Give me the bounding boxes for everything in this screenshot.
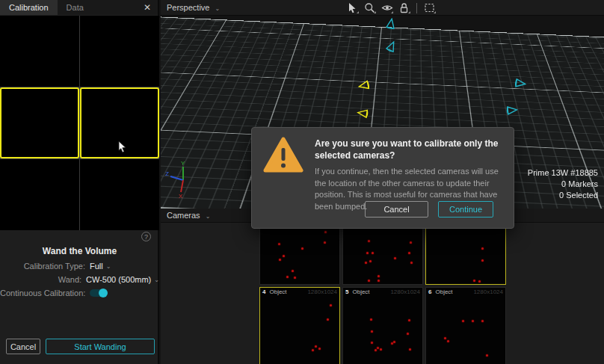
marker-dot: [283, 255, 285, 257]
wand-the-volume-title: Wand the Volume: [0, 246, 159, 256]
camera-view-tile[interactable]: [425, 224, 506, 285]
camera-tile-mode: Object: [352, 289, 369, 295]
toolbar-divider: [416, 3, 417, 13]
marker-dot: [380, 348, 382, 351]
camera-tile-header: 6Object1280x1024: [426, 288, 505, 296]
zoom-icon[interactable]: [363, 1, 376, 14]
axis-gizmo: Y Z X: [165, 161, 200, 200]
camera-glyph[interactable]: [514, 78, 527, 90]
continuous-calibration-label: Continuous Calibration:: [0, 289, 90, 297]
camera-view-tile[interactable]: 4Object1280x1024: [259, 287, 340, 364]
tab-data[interactable]: Data: [58, 0, 93, 15]
camera-tile-mode: Object: [269, 289, 286, 295]
close-icon[interactable]: ✕: [141, 1, 153, 13]
camera-tile-resolution: 1280x1024: [473, 289, 503, 295]
camera-preview-tile[interactable]: [0, 159, 79, 230]
selected-camera-glyph[interactable]: [356, 108, 369, 120]
camera-view-tile[interactable]: [259, 224, 340, 285]
continuous-calibration-toggle[interactable]: [90, 289, 107, 297]
marker-dot: [278, 243, 280, 245]
marker-dot: [366, 252, 369, 254]
cameras-dropdown[interactable]: Cameras ⌄: [167, 211, 210, 220]
calibration-type-label: Calibration Type:: [0, 262, 90, 271]
marker-dot: [324, 231, 327, 233]
continuous-calibration-row: Continuous Calibration:: [0, 288, 159, 298]
marker-dot: [330, 304, 332, 306]
dialog-continue-button[interactable]: Continue: [438, 201, 493, 218]
camera-view-tile[interactable]: [342, 224, 423, 285]
marker-dot: [378, 280, 380, 282]
marker-dot: [444, 337, 446, 339]
calibration-panel: Calibration Data ✕ ? Wand the Volume Cal…: [0, 0, 159, 364]
marker-dot: [324, 241, 326, 244]
marker-dot: [318, 348, 321, 350]
camera-view-tile[interactable]: 5Object1280x1024: [342, 287, 423, 364]
camera-tile-number: 6: [428, 289, 431, 295]
marker-dot: [410, 241, 412, 244]
viewport-status-overlay: Prime 13W #18885 0 Markers 0 Selected: [528, 167, 598, 201]
cancel-button[interactable]: Cancel: [6, 339, 40, 354]
marker-dot: [292, 270, 294, 272]
toggle-knob: [99, 289, 108, 297]
chevron-down-icon: ⌄: [215, 5, 221, 12]
camera-preview-tile[interactable]: [80, 159, 159, 230]
start-wanding-button[interactable]: Start Wanding: [46, 339, 155, 354]
chevron-down-icon: ⌄: [106, 263, 111, 270]
panel-tab-bar: Calibration Data ✕: [0, 0, 158, 15]
camera-view-tile[interactable]: 6Object1280x1024: [425, 287, 506, 364]
cameras-panel: Cameras ⌄ 4Object1280x10245Object1280x10…: [161, 209, 604, 364]
help-icon[interactable]: ?: [141, 232, 151, 241]
marker-dot: [286, 276, 289, 278]
dialog-cancel-button[interactable]: Cancel: [365, 201, 428, 218]
lock-icon[interactable]: [398, 1, 410, 14]
calibrate-confirmation-dialog: Are you sure you want to calibrate only …: [251, 127, 514, 229]
marker-dot: [371, 342, 373, 344]
camera-preview-tile[interactable]: [0, 16, 79, 87]
marker-dot: [378, 275, 380, 277]
camera-glyph[interactable]: [505, 105, 518, 117]
camera-tile-header: 5Object1280x1024: [343, 288, 422, 296]
marker-dot: [408, 319, 410, 321]
marker-dot: [372, 252, 374, 254]
marker-dot: [409, 348, 411, 351]
dialog-title: Are you sure you want to calibrate only …: [315, 138, 511, 161]
calibration-type-select[interactable]: Full: [90, 262, 103, 271]
marker-dot: [473, 280, 475, 282]
motive-app-window: Calibration Data ✕ ? Wand the Volume Cal…: [0, 0, 604, 364]
camera-glyph[interactable]: [383, 16, 397, 30]
marker-dot: [486, 354, 488, 357]
viewport-toolbar: Perspective ⌄: [161, 0, 604, 16]
marker-dot: [472, 320, 474, 322]
select-cursor-icon[interactable]: [346, 1, 359, 14]
marker-dot: [368, 240, 370, 242]
marker-dot: [407, 333, 409, 335]
camera-preview-tile[interactable]: [80, 16, 159, 87]
calibration-type-row: Calibration Type: Full ⌄: [0, 261, 159, 271]
wand-select[interactable]: CW-500 (500mm): [86, 275, 151, 284]
marker-dot: [294, 277, 296, 279]
chevron-down-icon: ⌄: [206, 213, 211, 220]
marker-dot: [368, 280, 370, 282]
marker-dot: [315, 345, 317, 348]
marker-dot: [369, 260, 372, 262]
camera-tile-resolution: 1280x1024: [390, 289, 420, 295]
camera-preview-tile[interactable]: [0, 87, 79, 158]
tab-calibration[interactable]: Calibration: [0, 0, 58, 15]
marquee-select-icon[interactable]: [423, 1, 436, 14]
marker-dot: [408, 252, 410, 254]
marker-dot: [279, 259, 281, 261]
selected-count-text: 0 Selected: [528, 190, 598, 201]
view-selector-dropdown[interactable]: Perspective ⌄: [167, 3, 220, 12]
marker-dot: [481, 247, 484, 250]
marker-dot: [410, 262, 413, 264]
marker-dot: [327, 318, 329, 321]
marker-dot: [462, 320, 464, 322]
camera-tile-resolution: 1280x1024: [307, 289, 337, 295]
marker-dot: [391, 342, 393, 345]
viewport-tool-icons: [346, 1, 436, 14]
svg-text:Z: Z: [165, 170, 169, 177]
visibility-eye-icon[interactable]: [380, 1, 393, 14]
marker-dot: [371, 330, 373, 333]
marker-dot: [312, 349, 314, 351]
camera-tile-number: 5: [345, 289, 348, 295]
